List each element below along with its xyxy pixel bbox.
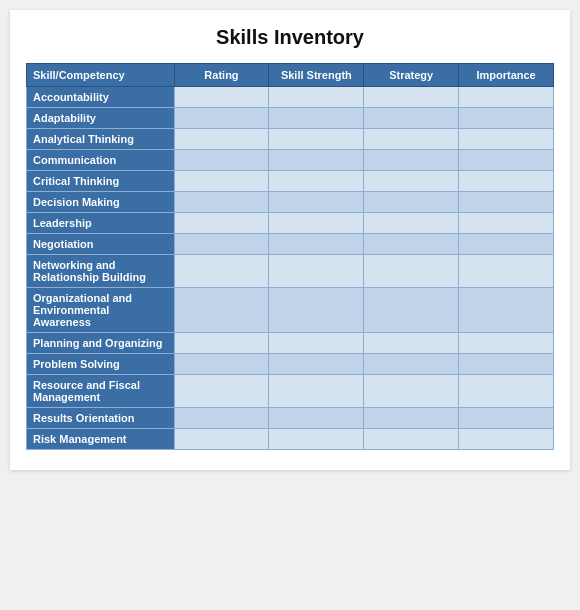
data-cell[interactable] xyxy=(459,255,554,288)
data-cell[interactable] xyxy=(174,171,269,192)
data-cell[interactable] xyxy=(174,192,269,213)
data-cell[interactable] xyxy=(364,213,459,234)
data-cell[interactable] xyxy=(174,333,269,354)
data-cell[interactable] xyxy=(174,108,269,129)
data-cell[interactable] xyxy=(364,333,459,354)
data-cell[interactable] xyxy=(269,108,364,129)
data-cell[interactable] xyxy=(364,108,459,129)
data-cell[interactable] xyxy=(269,234,364,255)
data-cell[interactable] xyxy=(364,288,459,333)
table-row: Decision Making xyxy=(27,192,554,213)
data-cell[interactable] xyxy=(174,129,269,150)
skill-name-cell: Risk Management xyxy=(27,429,175,450)
data-cell[interactable] xyxy=(459,333,554,354)
data-cell[interactable] xyxy=(269,429,364,450)
data-cell[interactable] xyxy=(174,234,269,255)
data-cell[interactable] xyxy=(269,171,364,192)
col-header-skill: Skill/Competency xyxy=(27,64,175,87)
table-row: Accountability xyxy=(27,87,554,108)
data-cell[interactable] xyxy=(174,150,269,171)
skill-name-cell: Results Orientation xyxy=(27,408,175,429)
data-cell[interactable] xyxy=(459,408,554,429)
data-cell[interactable] xyxy=(364,255,459,288)
data-cell[interactable] xyxy=(269,408,364,429)
skill-name-cell: Leadership xyxy=(27,213,175,234)
data-cell[interactable] xyxy=(269,150,364,171)
data-cell[interactable] xyxy=(174,408,269,429)
page-title: Skills Inventory xyxy=(26,26,554,49)
skill-name-cell: Adaptability xyxy=(27,108,175,129)
data-cell[interactable] xyxy=(364,408,459,429)
table-row: Analytical Thinking xyxy=(27,129,554,150)
data-cell[interactable] xyxy=(269,255,364,288)
data-cell[interactable] xyxy=(459,87,554,108)
data-cell[interactable] xyxy=(269,213,364,234)
skill-name-cell: Accountability xyxy=(27,87,175,108)
data-cell[interactable] xyxy=(364,87,459,108)
skill-name-cell: Planning and Organizing xyxy=(27,333,175,354)
table-row: Networking and Relationship Building xyxy=(27,255,554,288)
table-row: Negotiation xyxy=(27,234,554,255)
skill-name-cell: Communication xyxy=(27,150,175,171)
data-cell[interactable] xyxy=(364,129,459,150)
col-header-importance: Importance xyxy=(459,64,554,87)
data-cell[interactable] xyxy=(269,87,364,108)
data-cell[interactable] xyxy=(174,375,269,408)
data-cell[interactable] xyxy=(269,354,364,375)
table-row: Communication xyxy=(27,150,554,171)
data-cell[interactable] xyxy=(174,213,269,234)
table-row: Organizational and Environmental Awarene… xyxy=(27,288,554,333)
table-header-row: Skill/Competency Rating Skill Strength S… xyxy=(27,64,554,87)
table-row: Leadership xyxy=(27,213,554,234)
col-header-rating: Rating xyxy=(174,64,269,87)
data-cell[interactable] xyxy=(364,192,459,213)
data-cell[interactable] xyxy=(459,213,554,234)
data-cell[interactable] xyxy=(174,288,269,333)
col-header-strategy: Strategy xyxy=(364,64,459,87)
skills-table: Skill/Competency Rating Skill Strength S… xyxy=(26,63,554,450)
data-cell[interactable] xyxy=(459,150,554,171)
data-cell[interactable] xyxy=(269,192,364,213)
skill-name-cell: Problem Solving xyxy=(27,354,175,375)
skill-name-cell: Organizational and Environmental Awarene… xyxy=(27,288,175,333)
table-row: Risk Management xyxy=(27,429,554,450)
skill-name-cell: Analytical Thinking xyxy=(27,129,175,150)
table-row: Adaptability xyxy=(27,108,554,129)
table-row: Planning and Organizing xyxy=(27,333,554,354)
data-cell[interactable] xyxy=(459,129,554,150)
data-cell[interactable] xyxy=(364,234,459,255)
data-cell[interactable] xyxy=(364,150,459,171)
data-cell[interactable] xyxy=(364,171,459,192)
data-cell[interactable] xyxy=(459,171,554,192)
data-cell[interactable] xyxy=(459,192,554,213)
table-row: Results Orientation xyxy=(27,408,554,429)
skill-name-cell: Critical Thinking xyxy=(27,171,175,192)
data-cell[interactable] xyxy=(459,108,554,129)
page-container: Skills Inventory Skill/Competency Rating… xyxy=(10,10,570,470)
skill-name-cell: Negotiation xyxy=(27,234,175,255)
data-cell[interactable] xyxy=(269,288,364,333)
data-cell[interactable] xyxy=(459,234,554,255)
data-cell[interactable] xyxy=(459,429,554,450)
data-cell[interactable] xyxy=(174,255,269,288)
skill-name-cell: Resource and Fiscal Management xyxy=(27,375,175,408)
data-cell[interactable] xyxy=(174,429,269,450)
table-row: Resource and Fiscal Management xyxy=(27,375,554,408)
data-cell[interactable] xyxy=(459,375,554,408)
data-cell[interactable] xyxy=(174,87,269,108)
data-cell[interactable] xyxy=(269,375,364,408)
data-cell[interactable] xyxy=(364,429,459,450)
data-cell[interactable] xyxy=(174,354,269,375)
table-row: Problem Solving xyxy=(27,354,554,375)
skill-name-cell: Decision Making xyxy=(27,192,175,213)
data-cell[interactable] xyxy=(459,354,554,375)
col-header-strength: Skill Strength xyxy=(269,64,364,87)
data-cell[interactable] xyxy=(364,354,459,375)
data-cell[interactable] xyxy=(459,288,554,333)
data-cell[interactable] xyxy=(269,333,364,354)
skill-name-cell: Networking and Relationship Building xyxy=(27,255,175,288)
data-cell[interactable] xyxy=(364,375,459,408)
table-row: Critical Thinking xyxy=(27,171,554,192)
data-cell[interactable] xyxy=(269,129,364,150)
